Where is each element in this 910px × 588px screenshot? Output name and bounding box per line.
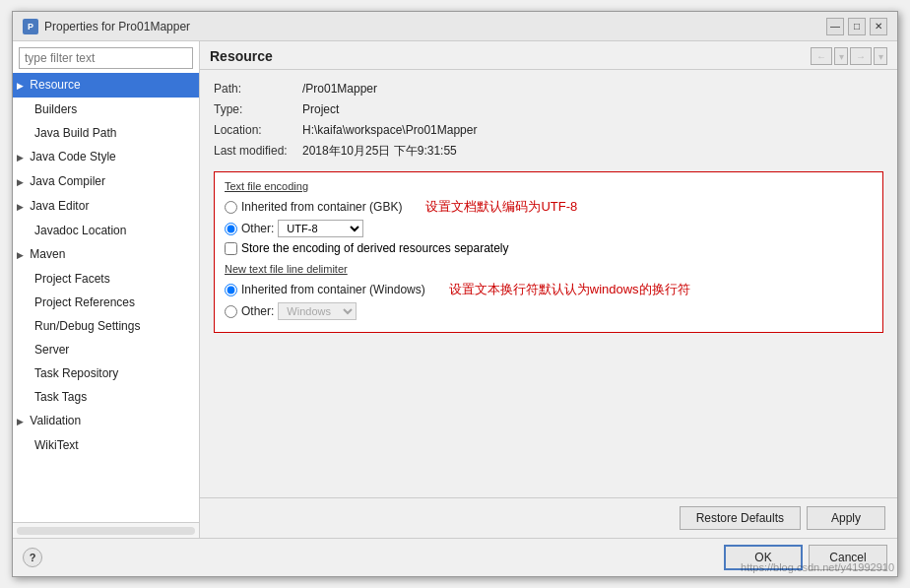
encoding-option2-row: Other: UTF-8 GBK UTF-16 ISO-8859-1 [225, 220, 873, 237]
path-label: Path: [214, 80, 302, 98]
encoding-section: Text file encoding Inherited from contai… [214, 171, 883, 333]
horizontal-scrollbar[interactable] [17, 527, 195, 535]
store-encoding-label[interactable]: Store the encoding of derived resources … [241, 241, 509, 255]
right-header: Resource ← ▾ → ▾ [200, 41, 897, 70]
line-delimiter-option1-label[interactable]: Inherited from container (Windows) [241, 283, 425, 296]
last-modified-value: 2018年10月25日 下午9:31:55 [302, 142, 457, 160]
tree-list: ▶ Resource Builders Java Build Path ▶ Ja… [13, 73, 199, 522]
sidebar-item-label: Maven [30, 247, 65, 261]
nav-buttons: ← ▾ → ▾ [811, 47, 887, 65]
sidebar-item-validation[interactable]: ▶ Validation [13, 409, 199, 433]
sidebar-item-builders[interactable]: Builders [13, 98, 199, 121]
sidebar-item-label: Java Compiler [30, 174, 105, 188]
footer-bar: ? OK Cancel [13, 538, 897, 576]
sidebar-item-label: Builders [34, 102, 77, 116]
expand-arrow: ▶ [17, 172, 27, 192]
minimize-button[interactable]: — [826, 18, 844, 35]
last-modified-row: Last modified: 2018年10月25日 下午9:31:55 [214, 142, 883, 160]
encoding-checkbox-row: Store the encoding of derived resources … [225, 241, 873, 255]
sidebar-item-project-facets[interactable]: Project Facets [13, 267, 199, 291]
type-row: Type: Project [214, 100, 883, 118]
bottom-bar: Restore Defaults Apply [200, 497, 897, 538]
sidebar-item-java-build-path[interactable]: Java Build Path [13, 121, 199, 145]
encoding-option1-label[interactable]: Inherited from container (GBK) [241, 200, 402, 214]
type-value: Project [302, 100, 339, 118]
sidebar-item-label: Java Code Style [30, 150, 115, 163]
apply-button[interactable]: Apply [807, 506, 885, 530]
page-title: Resource [210, 48, 273, 64]
sidebar-item-label: Run/Debug Settings [34, 319, 140, 333]
sidebar-item-task-tags[interactable]: Task Tags [13, 385, 199, 409]
help-button[interactable]: ? [23, 548, 42, 567]
filter-input[interactable] [19, 47, 193, 69]
path-row: Path: /Pro01Mapper [214, 80, 883, 98]
sidebar-item-label: Server [34, 343, 69, 357]
maximize-button[interactable]: □ [848, 18, 866, 35]
expand-arrow: ▶ [17, 412, 27, 431]
sidebar-item-wikitext[interactable]: WikiText [13, 433, 199, 457]
left-panel: ▶ Resource Builders Java Build Path ▶ Ja… [13, 41, 200, 538]
sidebar-item-server[interactable]: Server [13, 338, 199, 361]
nav-back-button[interactable]: ← [811, 47, 832, 65]
sidebar-item-project-references[interactable]: Project References [13, 291, 199, 314]
sidebar-item-label: Validation [30, 414, 81, 427]
sidebar-item-label: Task Tags [34, 390, 87, 404]
expand-arrow: ▶ [17, 197, 27, 217]
line-delimiter-option1-radio[interactable] [225, 284, 237, 296]
last-modified-label: Last modified: [214, 142, 302, 160]
sidebar-item-run-debug-settings[interactable]: Run/Debug Settings [13, 314, 199, 338]
sidebar-item-label: Task Repository [34, 366, 118, 380]
encoding-select[interactable]: UTF-8 GBK UTF-16 ISO-8859-1 [278, 220, 363, 237]
line-delimiter-option2-row: Other: Windows Unix Mac [225, 302, 873, 320]
location-label: Location: [214, 121, 302, 139]
encoding-option1-radio[interactable] [225, 201, 237, 214]
line-delimiter-title: New text file line delimiter [225, 263, 873, 275]
sidebar-item-label: Project Facets [34, 272, 110, 286]
type-label: Type: [214, 100, 302, 118]
sidebar-item-resource[interactable]: ▶ Resource [13, 73, 199, 98]
sidebar-item-label: Project References [34, 295, 135, 309]
nav-forward-dropdown[interactable]: ▾ [874, 47, 887, 65]
encoding-option2-label[interactable]: Other: [241, 222, 274, 235]
encoding-option2-radio[interactable] [225, 223, 237, 235]
line-delimiter-select[interactable]: Windows Unix Mac [278, 302, 357, 320]
right-panel: Resource ← ▾ → ▾ Path: /Pro01Mapper [200, 41, 897, 538]
cancel-button[interactable]: Cancel [809, 545, 887, 570]
line-delimiter-annotation: 设置文本换行符默认认为windows的换行符 [449, 281, 690, 298]
info-table: Path: /Pro01Mapper Type: Project Locatio… [214, 80, 883, 160]
right-content: Path: /Pro01Mapper Type: Project Locatio… [200, 70, 897, 497]
expand-arrow: ▶ [17, 76, 27, 96]
line-delimiter-option2-label[interactable]: Other: [241, 304, 274, 318]
expand-arrow: ▶ [17, 148, 27, 167]
path-value: /Pro01Mapper [302, 80, 377, 98]
nav-forward-button[interactable]: → [850, 47, 872, 65]
horizontal-scrollbar-area [13, 522, 199, 538]
ok-button[interactable]: OK [724, 545, 803, 570]
sidebar-item-javadoc-location[interactable]: Javadoc Location [13, 219, 199, 242]
line-delimiter-option1-row: Inherited from container (Windows) 设置文本换… [225, 281, 873, 298]
sidebar-item-label: Javadoc Location [34, 224, 126, 237]
expand-arrow: ▶ [17, 245, 27, 265]
store-encoding-checkbox[interactable] [225, 242, 237, 255]
location-row: Location: H:\kaifa\workspace\Pro01Mapper [214, 121, 883, 139]
close-button[interactable]: ✕ [870, 18, 887, 35]
content-area: ▶ Resource Builders Java Build Path ▶ Ja… [13, 41, 897, 538]
sidebar-item-java-code-style[interactable]: ▶ Java Code Style [13, 145, 199, 169]
sidebar-item-label: Java Build Path [34, 126, 116, 140]
sidebar-item-task-repository[interactable]: Task Repository [13, 361, 199, 385]
sidebar-item-label: WikiText [34, 438, 79, 452]
dialog-title: Properties for Pro01Mapper [44, 20, 190, 33]
title-bar: P Properties for Pro01Mapper — □ ✕ [13, 12, 897, 41]
encoding-annotation: 设置文档默认编码为UTF-8 [425, 198, 577, 216]
sidebar-item-label: Java Editor [30, 199, 89, 213]
sidebar-item-java-editor[interactable]: ▶ Java Editor [13, 194, 199, 219]
sidebar-item-label: Resource [30, 78, 80, 92]
location-value: H:\kaifa\workspace\Pro01Mapper [302, 121, 477, 139]
sidebar-item-java-compiler[interactable]: ▶ Java Compiler [13, 169, 199, 194]
line-delimiter-option2-radio[interactable] [225, 305, 237, 318]
encoding-title: Text file encoding [225, 180, 873, 192]
sidebar-item-maven[interactable]: ▶ Maven [13, 242, 199, 267]
app-icon: P [23, 19, 38, 34]
nav-back-dropdown[interactable]: ▾ [834, 47, 848, 65]
restore-defaults-button[interactable]: Restore Defaults [680, 506, 801, 530]
